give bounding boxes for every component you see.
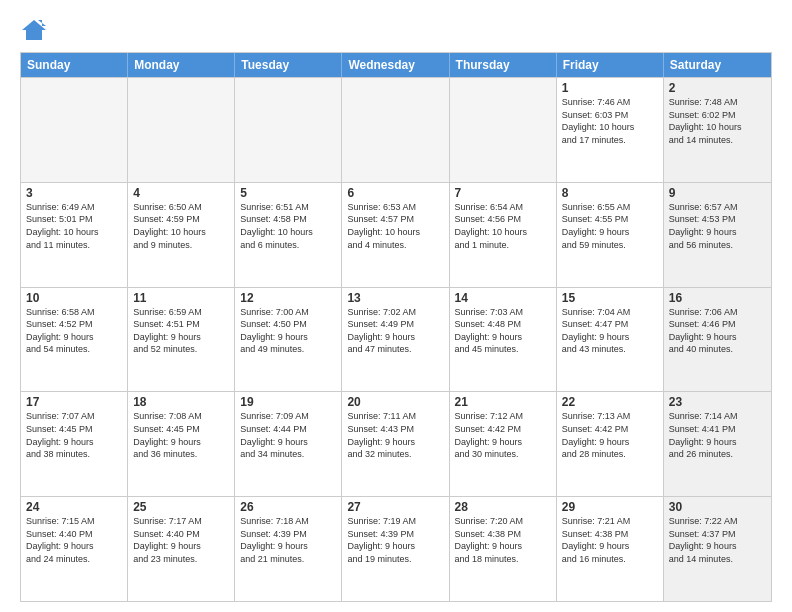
day-number: 7 [455,186,551,200]
week-row-4: 24Sunrise: 7:15 AMSunset: 4:40 PMDayligh… [21,496,771,601]
day-number: 25 [133,500,229,514]
cal-cell: 8Sunrise: 6:55 AMSunset: 4:55 PMDaylight… [557,183,664,287]
calendar-body: 1Sunrise: 7:46 AMSunset: 6:03 PMDaylight… [21,77,771,601]
cal-cell [128,78,235,182]
cell-info: Sunrise: 6:54 AMSunset: 4:56 PMDaylight:… [455,201,551,251]
week-row-1: 3Sunrise: 6:49 AMSunset: 5:01 PMDaylight… [21,182,771,287]
cell-info: Sunrise: 7:18 AMSunset: 4:39 PMDaylight:… [240,515,336,565]
cell-info: Sunrise: 7:48 AMSunset: 6:02 PMDaylight:… [669,96,766,146]
page: SundayMondayTuesdayWednesdayThursdayFrid… [0,0,792,612]
day-number: 12 [240,291,336,305]
header-day-monday: Monday [128,53,235,77]
cell-info: Sunrise: 6:51 AMSunset: 4:58 PMDaylight:… [240,201,336,251]
cell-info: Sunrise: 7:15 AMSunset: 4:40 PMDaylight:… [26,515,122,565]
week-row-2: 10Sunrise: 6:58 AMSunset: 4:52 PMDayligh… [21,287,771,392]
day-number: 6 [347,186,443,200]
cal-cell: 25Sunrise: 7:17 AMSunset: 4:40 PMDayligh… [128,497,235,601]
cal-cell: 15Sunrise: 7:04 AMSunset: 4:47 PMDayligh… [557,288,664,392]
day-number: 11 [133,291,229,305]
cell-info: Sunrise: 7:11 AMSunset: 4:43 PMDaylight:… [347,410,443,460]
logo [20,16,52,44]
day-number: 20 [347,395,443,409]
cell-info: Sunrise: 7:12 AMSunset: 4:42 PMDaylight:… [455,410,551,460]
cal-cell: 21Sunrise: 7:12 AMSunset: 4:42 PMDayligh… [450,392,557,496]
cal-cell: 20Sunrise: 7:11 AMSunset: 4:43 PMDayligh… [342,392,449,496]
day-number: 13 [347,291,443,305]
cal-cell: 11Sunrise: 6:59 AMSunset: 4:51 PMDayligh… [128,288,235,392]
cal-cell [235,78,342,182]
cell-info: Sunrise: 6:59 AMSunset: 4:51 PMDaylight:… [133,306,229,356]
cal-cell: 1Sunrise: 7:46 AMSunset: 6:03 PMDaylight… [557,78,664,182]
cal-cell: 4Sunrise: 6:50 AMSunset: 4:59 PMDaylight… [128,183,235,287]
day-number: 28 [455,500,551,514]
week-row-3: 17Sunrise: 7:07 AMSunset: 4:45 PMDayligh… [21,391,771,496]
day-number: 23 [669,395,766,409]
cal-cell: 22Sunrise: 7:13 AMSunset: 4:42 PMDayligh… [557,392,664,496]
cal-cell: 19Sunrise: 7:09 AMSunset: 4:44 PMDayligh… [235,392,342,496]
cal-cell: 30Sunrise: 7:22 AMSunset: 4:37 PMDayligh… [664,497,771,601]
cal-cell [342,78,449,182]
cell-info: Sunrise: 7:03 AMSunset: 4:48 PMDaylight:… [455,306,551,356]
cell-info: Sunrise: 6:58 AMSunset: 4:52 PMDaylight:… [26,306,122,356]
cal-cell [21,78,128,182]
cell-info: Sunrise: 7:06 AMSunset: 4:46 PMDaylight:… [669,306,766,356]
svg-marker-0 [22,20,46,40]
cal-cell [450,78,557,182]
cal-cell: 18Sunrise: 7:08 AMSunset: 4:45 PMDayligh… [128,392,235,496]
day-number: 26 [240,500,336,514]
day-number: 19 [240,395,336,409]
day-number: 29 [562,500,658,514]
cal-cell: 6Sunrise: 6:53 AMSunset: 4:57 PMDaylight… [342,183,449,287]
cal-cell: 26Sunrise: 7:18 AMSunset: 4:39 PMDayligh… [235,497,342,601]
day-number: 5 [240,186,336,200]
cal-cell: 16Sunrise: 7:06 AMSunset: 4:46 PMDayligh… [664,288,771,392]
cal-cell: 14Sunrise: 7:03 AMSunset: 4:48 PMDayligh… [450,288,557,392]
day-number: 17 [26,395,122,409]
day-number: 18 [133,395,229,409]
day-number: 21 [455,395,551,409]
cell-info: Sunrise: 7:02 AMSunset: 4:49 PMDaylight:… [347,306,443,356]
cell-info: Sunrise: 7:17 AMSunset: 4:40 PMDaylight:… [133,515,229,565]
header [20,16,772,44]
cell-info: Sunrise: 6:50 AMSunset: 4:59 PMDaylight:… [133,201,229,251]
day-number: 27 [347,500,443,514]
cell-info: Sunrise: 7:22 AMSunset: 4:37 PMDaylight:… [669,515,766,565]
header-day-sunday: Sunday [21,53,128,77]
cell-info: Sunrise: 6:53 AMSunset: 4:57 PMDaylight:… [347,201,443,251]
cell-info: Sunrise: 6:55 AMSunset: 4:55 PMDaylight:… [562,201,658,251]
header-day-tuesday: Tuesday [235,53,342,77]
day-number: 16 [669,291,766,305]
cal-cell: 13Sunrise: 7:02 AMSunset: 4:49 PMDayligh… [342,288,449,392]
cell-info: Sunrise: 7:19 AMSunset: 4:39 PMDaylight:… [347,515,443,565]
cal-cell: 10Sunrise: 6:58 AMSunset: 4:52 PMDayligh… [21,288,128,392]
day-number: 1 [562,81,658,95]
header-day-saturday: Saturday [664,53,771,77]
day-number: 22 [562,395,658,409]
cell-info: Sunrise: 7:14 AMSunset: 4:41 PMDaylight:… [669,410,766,460]
calendar: SundayMondayTuesdayWednesdayThursdayFrid… [20,52,772,602]
day-number: 8 [562,186,658,200]
cell-info: Sunrise: 6:49 AMSunset: 5:01 PMDaylight:… [26,201,122,251]
day-number: 15 [562,291,658,305]
header-day-friday: Friday [557,53,664,77]
day-number: 24 [26,500,122,514]
header-day-wednesday: Wednesday [342,53,449,77]
cal-cell: 24Sunrise: 7:15 AMSunset: 4:40 PMDayligh… [21,497,128,601]
cal-cell: 9Sunrise: 6:57 AMSunset: 4:53 PMDaylight… [664,183,771,287]
cal-cell: 3Sunrise: 6:49 AMSunset: 5:01 PMDaylight… [21,183,128,287]
day-number: 10 [26,291,122,305]
cal-cell: 2Sunrise: 7:48 AMSunset: 6:02 PMDaylight… [664,78,771,182]
cell-info: Sunrise: 7:46 AMSunset: 6:03 PMDaylight:… [562,96,658,146]
cal-cell: 17Sunrise: 7:07 AMSunset: 4:45 PMDayligh… [21,392,128,496]
cell-info: Sunrise: 6:57 AMSunset: 4:53 PMDaylight:… [669,201,766,251]
cal-cell: 5Sunrise: 6:51 AMSunset: 4:58 PMDaylight… [235,183,342,287]
cal-cell: 29Sunrise: 7:21 AMSunset: 4:38 PMDayligh… [557,497,664,601]
day-number: 4 [133,186,229,200]
cell-info: Sunrise: 7:07 AMSunset: 4:45 PMDaylight:… [26,410,122,460]
cal-cell: 28Sunrise: 7:20 AMSunset: 4:38 PMDayligh… [450,497,557,601]
cal-cell: 27Sunrise: 7:19 AMSunset: 4:39 PMDayligh… [342,497,449,601]
cell-info: Sunrise: 7:21 AMSunset: 4:38 PMDaylight:… [562,515,658,565]
cal-cell: 7Sunrise: 6:54 AMSunset: 4:56 PMDaylight… [450,183,557,287]
day-number: 30 [669,500,766,514]
day-number: 14 [455,291,551,305]
